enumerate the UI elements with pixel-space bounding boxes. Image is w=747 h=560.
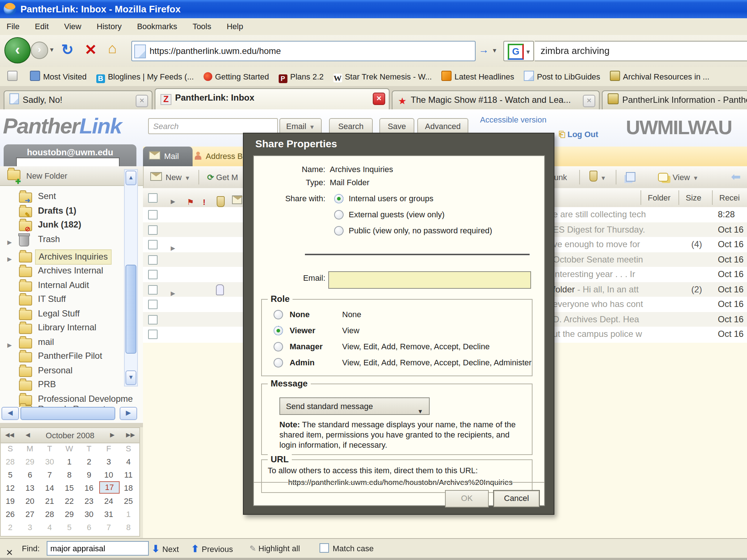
folder-trash[interactable]: ▶Trash xyxy=(0,232,123,246)
role-manager-radio[interactable] xyxy=(274,342,283,351)
folder-junk[interactable]: ⊘Junk (182) xyxy=(0,218,123,232)
calendar-day[interactable]: 25 xyxy=(119,494,138,508)
calendar-last-icon[interactable]: ▶▶ xyxy=(126,428,135,443)
calendar-day[interactable]: 6 xyxy=(80,521,98,534)
folder-pantherfile-pilot[interactable]: PantherFile Pilot xyxy=(0,349,123,363)
calendar-day[interactable]: 8 xyxy=(119,521,138,534)
back-button[interactable]: ‹ xyxy=(4,37,31,63)
calendar-day[interactable]: 21 xyxy=(40,494,59,508)
calendar-day[interactable]: 26 xyxy=(1,508,20,521)
tab-pantherlink-info[interactable]: PantherLink Information - PantherLink xyxy=(602,90,747,110)
scroll-down-icon[interactable]: ▼ xyxy=(125,370,136,385)
calendar-day[interactable]: 14 xyxy=(40,481,59,494)
calendar-day[interactable]: 19 xyxy=(1,494,20,508)
menu-bookmarks[interactable]: Bookmarks xyxy=(131,18,184,35)
calendar-day[interactable]: 7 xyxy=(40,468,59,481)
calendar-day[interactable]: 18 xyxy=(119,481,138,494)
find-input[interactable] xyxy=(47,541,149,556)
row-checkbox[interactable] xyxy=(148,225,158,234)
row-checkbox[interactable] xyxy=(148,330,158,339)
folder-legal-stuff[interactable]: Legal Stuff xyxy=(0,307,123,320)
column-folder[interactable]: Folder xyxy=(648,188,670,207)
home-icon[interactable]: ⌂ xyxy=(108,40,117,57)
calendar-day[interactable]: 6 xyxy=(20,468,39,481)
folder-sent[interactable]: ➜Sent xyxy=(0,190,123,203)
folder-library-internal[interactable]: Library Internal xyxy=(0,321,123,335)
share-external-radio[interactable] xyxy=(334,210,344,219)
reload-icon[interactable]: ↻ xyxy=(61,41,74,58)
calendar-day[interactable]: 13 xyxy=(20,481,39,494)
folder-records-request[interactable]: Records Request xyxy=(0,402,123,407)
calendar-day[interactable]: 11 xyxy=(119,468,138,481)
mail-search-input[interactable]: Search xyxy=(148,118,278,134)
bookmark-most-visited[interactable]: Most Visited xyxy=(30,67,86,86)
email-input[interactable] xyxy=(328,271,531,289)
calendar-day[interactable]: 28 xyxy=(40,508,59,521)
calendar-day[interactable]: 1 xyxy=(119,508,138,521)
folder-mail[interactable]: ▶mail xyxy=(0,335,123,349)
tab-magic-show[interactable]: ★The Magic Show #118 - Watch and Lea... … xyxy=(392,90,600,110)
calendar-day[interactable]: 20 xyxy=(20,494,39,508)
match-case-checkbox[interactable]: Match case xyxy=(320,539,374,559)
folder-hscrollbar[interactable]: ◀ ▶ xyxy=(1,407,137,420)
calendar-next-icon[interactable]: ▶ xyxy=(110,428,115,443)
find-previous-button[interactable]: ⬆ Previous xyxy=(191,539,233,559)
row-checkbox[interactable] xyxy=(148,300,158,309)
row-checkbox[interactable] xyxy=(148,285,158,294)
detach-button[interactable] xyxy=(622,168,640,186)
calendar-day[interactable]: 2 xyxy=(1,521,20,534)
expand-arrow-icon[interactable]: ▶ xyxy=(7,235,12,249)
web-search-input[interactable]: zimbra archiving xyxy=(535,41,747,61)
bookmark-bloglines[interactable]: BBloglines | My Feeds (... xyxy=(96,67,194,86)
scroll-left-icon[interactable]: ◀ xyxy=(1,407,19,420)
folder-it-stuff[interactable]: IT Stuff xyxy=(0,292,123,306)
message-dropdown[interactable]: Send standard message▼ xyxy=(279,397,430,415)
row-checkbox[interactable] xyxy=(148,315,158,324)
row-checkbox[interactable] xyxy=(148,255,158,264)
calendar-day[interactable]: 30 xyxy=(40,455,59,468)
go-arrow-icon[interactable]: → xyxy=(479,44,489,55)
calendar-day[interactable]: 16 xyxy=(80,481,98,494)
tab-sadly-no[interactable]: Sadly, No! ✕ xyxy=(4,90,152,110)
calendar-day[interactable]: 5 xyxy=(60,521,79,534)
menu-help[interactable]: Help xyxy=(220,18,249,35)
tab-mail[interactable]: Mail xyxy=(143,147,193,166)
calendar-day[interactable]: 7 xyxy=(99,521,118,534)
history-dropdown-icon[interactable]: ▼ xyxy=(49,47,55,53)
window-titlebar[interactable]: PantherLink: Inbox - Mozilla Firefox xyxy=(0,0,747,18)
url-bar[interactable]: https://pantherlink.uwm.edu/home xyxy=(131,41,476,61)
folder-prb[interactable]: PRB xyxy=(0,378,123,392)
view-button[interactable]: View▼ xyxy=(654,168,703,186)
calendar-day[interactable]: 2 xyxy=(80,455,98,468)
role-viewer-radio[interactable] xyxy=(274,326,283,335)
scroll-right-icon[interactable]: ▶ xyxy=(120,407,137,420)
calendar-day[interactable]: 4 xyxy=(40,521,59,534)
calendar-day[interactable]: 22 xyxy=(60,494,79,508)
dialog-title[interactable]: Share Properties xyxy=(255,138,337,149)
logout-link[interactable]: ⎗ Log Out xyxy=(559,130,598,139)
calendar-prev-icon[interactable]: ◀ xyxy=(26,428,30,443)
calendar-day[interactable]: 3 xyxy=(20,521,39,534)
collapse-pane-icon[interactable]: ⬅ xyxy=(727,168,745,186)
role-admin-radio[interactable] xyxy=(274,358,283,368)
share-public-radio[interactable] xyxy=(334,226,344,236)
calendar-day[interactable]: 1 xyxy=(60,455,79,468)
new-message-button[interactable]: New▼ xyxy=(146,168,195,186)
ok-button[interactable]: OK xyxy=(445,490,489,508)
folder-archives-internal[interactable]: Archives Internal xyxy=(0,264,123,278)
bookmark-getting-started[interactable]: Getting Started xyxy=(203,67,269,86)
url-text[interactable]: https://pantherlink.uwm.edu/home xyxy=(150,46,281,56)
share-internal-radio[interactable] xyxy=(334,194,344,203)
menu-history[interactable]: History xyxy=(90,18,128,35)
stop-icon[interactable]: ✕ xyxy=(85,41,97,58)
menu-tools[interactable]: Tools xyxy=(186,18,218,35)
menu-edit[interactable]: Edit xyxy=(28,18,55,35)
tab-close-icon[interactable]: ✕ xyxy=(583,95,595,107)
calendar-first-icon[interactable]: ◀◀ xyxy=(5,428,14,443)
calendar-day[interactable]: 28 xyxy=(1,455,20,468)
bookmark-plans[interactable]: PPlans 2.2 xyxy=(279,67,324,86)
search-engine-selector[interactable]: G ▼ xyxy=(503,41,534,61)
tag-button[interactable]: ▼ xyxy=(585,168,611,186)
select-all-checkbox[interactable] xyxy=(148,193,158,203)
scrollbar-thumb[interactable] xyxy=(20,407,115,420)
